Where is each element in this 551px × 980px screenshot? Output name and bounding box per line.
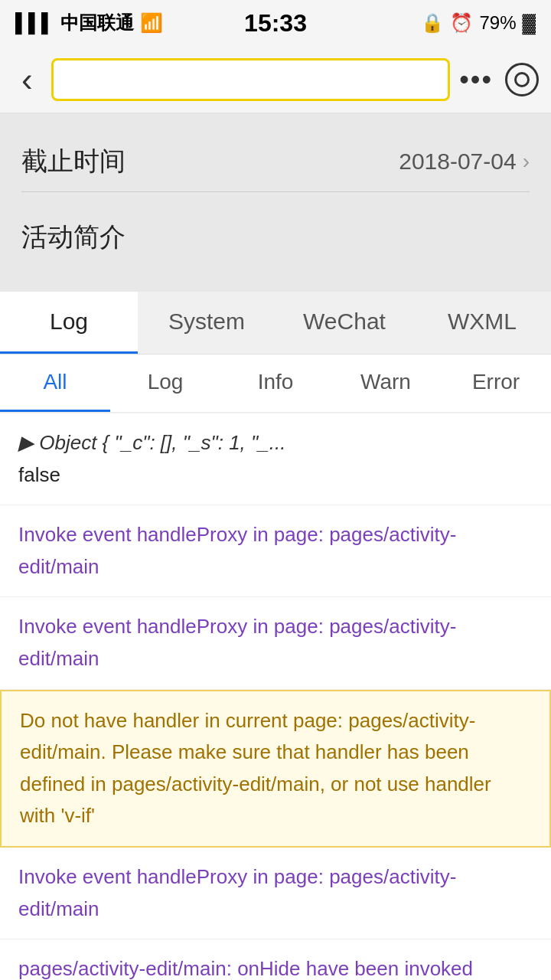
tab-all[interactable]: All <box>0 354 110 412</box>
wifi-icon: 📶 <box>140 12 163 34</box>
record-button[interactable] <box>505 63 539 96</box>
nav-bar: ‹ ••• <box>0 46 551 113</box>
log-entry: pages/activity-edit/main: onHide have be… <box>0 939 551 980</box>
nav-actions: ••• <box>459 63 539 96</box>
log-entry: Invoke event handleProxy in page: pages/… <box>0 597 551 689</box>
deadline-row: 截止时间 2018-07-04 › <box>21 132 530 191</box>
tab-log[interactable]: Log <box>0 292 138 354</box>
battery-label: 79% <box>479 12 516 34</box>
search-box[interactable] <box>51 58 451 101</box>
activity-label: 活动简介 <box>21 204 126 261</box>
log-entry: Invoke event handleProxy in page: pages/… <box>0 505 551 597</box>
activity-row: 活动简介 <box>21 192 530 273</box>
tab-wechat[interactable]: WeChat <box>276 292 413 354</box>
tab-system[interactable]: System <box>138 292 276 354</box>
log-content: ▶ Object { "_c": [], "_s": 1, "_... fals… <box>0 413 551 980</box>
alarm-icon: ⏰ <box>450 12 473 34</box>
back-button[interactable]: ‹ <box>12 63 42 96</box>
tab-info-filter[interactable]: Info <box>220 354 331 412</box>
tab-warn-filter[interactable]: Warn <box>331 354 441 412</box>
carrier-label: 中国联通 <box>60 11 134 35</box>
log-entry: ▶ Object { "_c": [], "_s": 1, "_... fals… <box>0 413 551 505</box>
primary-tab-bar: Log System WeChat WXML <box>0 292 551 354</box>
status-time: 15:33 <box>244 9 307 38</box>
deadline-value: 2018-07-04 › <box>399 149 530 175</box>
tab-log-filter[interactable]: Log <box>110 354 220 412</box>
log-entry-warning: Do not have handler in current page: pag… <box>0 690 551 848</box>
status-right: 🔒 ⏰ 79% ▓ <box>421 12 536 34</box>
status-bar: ▌▌▌ 中国联通 📶 15:33 🔒 ⏰ 79% ▓ <box>0 0 551 46</box>
battery-icon: ▓ <box>523 12 536 34</box>
chevron-right-icon: › <box>523 149 530 174</box>
signal-icon: ▌▌▌ <box>15 12 54 34</box>
deadline-label: 截止时间 <box>21 144 126 179</box>
tab-error-filter[interactable]: Error <box>441 354 551 412</box>
lock-icon: 🔒 <box>421 12 444 34</box>
info-section: 截止时间 2018-07-04 › 活动简介 <box>0 113 551 292</box>
secondary-tab-bar: All Log Info Warn Error <box>0 354 551 413</box>
record-icon <box>514 72 530 87</box>
status-left: ▌▌▌ 中国联通 📶 <box>15 11 163 35</box>
log-entry: Invoke event handleProxy in page: pages/… <box>0 848 551 939</box>
more-button[interactable]: ••• <box>459 64 493 96</box>
tab-wxml[interactable]: WXML <box>413 292 551 354</box>
